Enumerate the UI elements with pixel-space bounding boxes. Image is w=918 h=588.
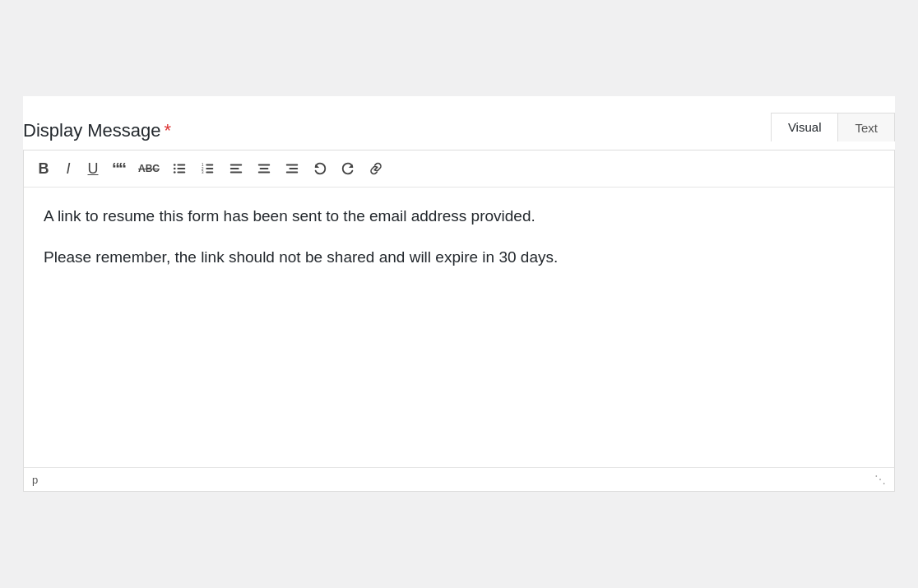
required-marker: *: [165, 120, 172, 141]
tab-buttons: Visual Text: [771, 113, 895, 141]
svg-rect-17: [258, 172, 270, 174]
content-paragraph-1: A link to resume this form has been sent…: [44, 204, 874, 229]
field-label-row: Display Message* Visual Text: [23, 113, 895, 150]
blockquote-button[interactable]: ““: [108, 157, 129, 180]
align-right-icon: [285, 161, 299, 176]
bullet-list-icon: [173, 161, 188, 176]
display-message-field: Display Message* Visual Text B I U ““ AB…: [23, 96, 895, 492]
tab-text[interactable]: Text: [837, 113, 894, 141]
undo-icon: [313, 161, 327, 176]
numbered-list-button[interactable]: 1 2 3: [197, 158, 220, 179]
svg-rect-2: [177, 172, 185, 174]
svg-rect-6: [206, 164, 213, 166]
svg-rect-16: [260, 168, 269, 169]
current-tag: p: [32, 474, 38, 486]
toolbar: B I U ““ ABC 1: [24, 150, 894, 188]
redo-button[interactable]: [336, 158, 359, 179]
svg-rect-18: [286, 164, 298, 166]
editor-footer: p ⋱: [24, 467, 894, 491]
bold-button[interactable]: B: [34, 158, 53, 179]
link-icon: [369, 161, 383, 176]
strikethrough-button[interactable]: ABC: [134, 160, 164, 177]
svg-point-4: [174, 168, 176, 170]
align-right-button[interactable]: [280, 158, 304, 179]
editor-content[interactable]: A link to resume this form has been sent…: [24, 188, 894, 467]
svg-text:3: 3: [202, 170, 204, 174]
svg-rect-15: [258, 164, 270, 166]
svg-rect-14: [230, 172, 242, 174]
svg-rect-20: [286, 172, 298, 174]
svg-rect-0: [177, 164, 185, 166]
redo-icon: [341, 161, 355, 176]
svg-rect-8: [206, 172, 213, 174]
numbered-list-icon: 1 2 3: [201, 161, 216, 176]
editor-wrapper: B I U ““ ABC 1: [23, 150, 895, 492]
italic-button[interactable]: I: [58, 158, 78, 179]
align-left-icon: [229, 161, 243, 176]
field-label: Display Message*: [23, 120, 171, 141]
bullet-list-button[interactable]: [169, 158, 192, 179]
tab-visual[interactable]: Visual: [772, 113, 838, 141]
underline-button[interactable]: U: [83, 158, 103, 179]
align-center-icon: [257, 161, 271, 176]
field-label-text: Display Message: [23, 120, 161, 141]
svg-line-23: [374, 167, 378, 170]
svg-rect-1: [177, 168, 185, 169]
content-paragraph-2: Please remember, the link should not be …: [44, 245, 874, 270]
svg-rect-13: [230, 168, 239, 169]
svg-rect-7: [206, 168, 213, 169]
align-left-button[interactable]: [225, 158, 248, 179]
svg-point-3: [174, 164, 176, 166]
undo-button[interactable]: [308, 158, 332, 179]
svg-rect-19: [289, 168, 298, 169]
link-button[interactable]: [364, 158, 387, 179]
svg-point-5: [174, 171, 176, 174]
resize-handle[interactable]: ⋱: [874, 473, 886, 486]
align-center-button[interactable]: [253, 158, 276, 179]
svg-rect-12: [230, 164, 242, 166]
